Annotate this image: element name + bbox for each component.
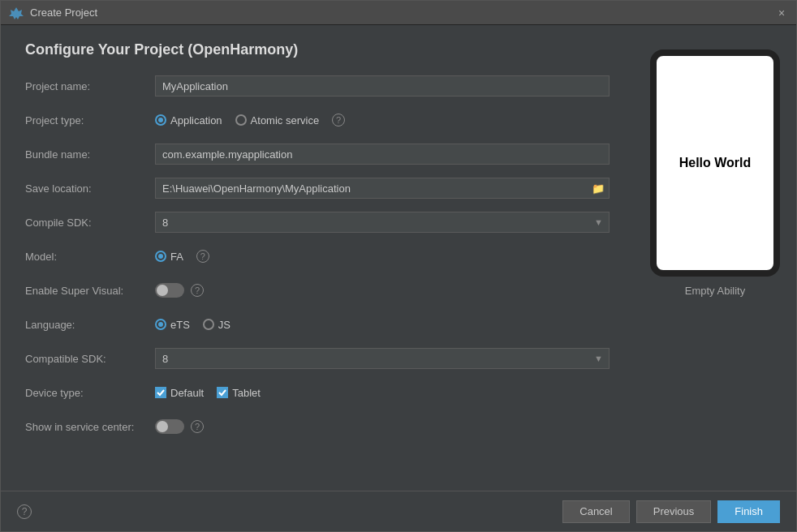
project-name-label: Project name:: [25, 80, 155, 92]
save-location-input[interactable]: [155, 178, 610, 199]
project-type-row: Project type: Application Atomic service…: [25, 109, 610, 131]
super-visual-row: Enable Super Visual: ?: [25, 279, 610, 302]
bottom-bar: ? Cancel Previous Finish: [1, 491, 796, 531]
close-button[interactable]: ×: [775, 6, 788, 19]
preview-label: Empty Ability: [685, 285, 745, 297]
cancel-button[interactable]: Cancel: [562, 500, 629, 523]
bundle-name-control: [155, 144, 610, 165]
title-bar-title: Create Project: [30, 6, 97, 19]
help-button[interactable]: ?: [17, 504, 32, 519]
bundle-name-label: Bundle name:: [25, 148, 155, 161]
checkbox-default[interactable]: Default: [155, 387, 204, 399]
save-location-control: 📁: [155, 178, 610, 199]
preview-panel: Hello World Empty Ability: [634, 25, 796, 491]
service-center-row: Show in service center: ?: [25, 415, 610, 438]
previous-button[interactable]: Previous: [636, 500, 712, 523]
model-help-icon[interactable]: ?: [196, 250, 209, 263]
device-type-control: Default Tablet: [155, 387, 610, 399]
service-center-control: ?: [155, 419, 610, 434]
model-radio-group: FA ?: [155, 250, 209, 263]
compatible-sdk-select-wrapper: 8 9 10 ▼: [155, 348, 610, 369]
radio-ets-circle: [155, 319, 166, 330]
title-bar: Create Project ×: [1, 1, 796, 25]
language-control: eTS JS: [155, 319, 610, 331]
bundle-name-row: Bundle name:: [25, 143, 610, 165]
compile-sdk-control: 8 9 10 ▼: [155, 212, 610, 233]
bottom-right: Cancel Previous Finish: [562, 500, 780, 523]
compatible-sdk-control: 8 9 10 ▼: [155, 348, 610, 369]
super-visual-control: ?: [155, 283, 610, 298]
device-type-label: Device type:: [25, 387, 155, 399]
service-center-toggle[interactable]: [155, 419, 184, 434]
radio-atomic-circle: [235, 114, 247, 126]
radio-js-circle: [203, 319, 214, 330]
radio-application-label: Application: [170, 114, 222, 127]
radio-ets-label: eTS: [170, 319, 190, 331]
service-center-help-icon[interactable]: ?: [191, 420, 204, 433]
checkbox-tablet-box: [217, 387, 228, 398]
project-type-control: Application Atomic service ?: [155, 114, 610, 127]
radio-application[interactable]: Application: [155, 114, 222, 127]
svg-marker-0: [9, 7, 24, 19]
model-control: FA ?: [155, 250, 610, 263]
radio-application-circle: [155, 114, 166, 126]
radio-atomic-service[interactable]: Atomic service: [235, 114, 320, 127]
super-visual-toggle[interactable]: [155, 283, 184, 298]
language-row: Language: eTS JS: [25, 313, 610, 336]
title-bar-left: Create Project: [9, 6, 97, 20]
checkbox-tablet[interactable]: Tablet: [217, 387, 261, 399]
super-visual-help-icon[interactable]: ?: [191, 284, 204, 297]
bundle-name-input[interactable]: [155, 144, 610, 165]
save-location-label: Save location:: [25, 182, 155, 195]
device-type-row: Device type: Default: [25, 381, 610, 404]
checkbox-default-check-icon: [157, 388, 165, 397]
radio-js-label: JS: [218, 319, 230, 331]
compile-sdk-select[interactable]: 8 9 10: [155, 212, 610, 233]
create-project-dialog: Create Project × Configure Your Project …: [0, 0, 797, 532]
compatible-sdk-label: Compatible SDK:: [25, 353, 155, 365]
checkbox-tablet-check-icon: [218, 388, 226, 397]
compatible-sdk-select[interactable]: 8 9 10: [155, 348, 610, 369]
project-type-radio-group: Application Atomic service ?: [155, 114, 345, 127]
finish-button[interactable]: Finish: [717, 500, 780, 523]
project-name-control: [155, 75, 610, 97]
checkbox-default-label: Default: [170, 387, 204, 399]
radio-ets[interactable]: eTS: [155, 319, 190, 331]
project-type-label: Project type:: [25, 114, 155, 127]
radio-atomic-label: Atomic service: [251, 114, 320, 127]
service-center-label: Show in service center:: [25, 421, 155, 433]
folder-icon[interactable]: 📁: [592, 182, 605, 195]
phone-preview: Hello World: [650, 49, 780, 277]
radio-fa-circle: [155, 251, 166, 262]
project-name-row: Project name:: [25, 75, 610, 97]
super-visual-label: Enable Super Visual:: [25, 285, 155, 297]
compile-sdk-row: Compile SDK: 8 9 10 ▼: [25, 211, 610, 234]
save-location-row: Save location: 📁: [25, 177, 610, 200]
language-label: Language:: [25, 319, 155, 331]
radio-fa-label: FA: [170, 251, 183, 263]
device-type-checkbox-group: Default Tablet: [155, 387, 261, 399]
save-location-input-wrapper: 📁: [155, 178, 610, 199]
radio-js[interactable]: JS: [203, 319, 230, 331]
bottom-left: ?: [17, 504, 32, 519]
checkbox-default-box: [155, 387, 166, 398]
preview-hello-world: Hello World: [679, 156, 752, 170]
page-title: Configure Your Project (OpenHarmony): [25, 41, 610, 58]
model-label: Model:: [25, 251, 155, 263]
project-name-input[interactable]: [155, 75, 610, 97]
checkbox-tablet-label: Tablet: [232, 387, 261, 399]
language-radio-group: eTS JS: [155, 319, 230, 331]
content-area: Configure Your Project (OpenHarmony) Pro…: [1, 25, 796, 491]
compile-sdk-label: Compile SDK:: [25, 217, 155, 229]
compile-sdk-select-wrapper: 8 9 10 ▼: [155, 212, 610, 233]
project-type-help-icon[interactable]: ?: [332, 114, 345, 127]
model-row: Model: FA ?: [25, 245, 610, 268]
huawei-logo-icon: [9, 6, 24, 20]
compatible-sdk-row: Compatible SDK: 8 9 10 ▼: [25, 347, 610, 370]
radio-fa[interactable]: FA: [155, 251, 183, 263]
form-panel: Configure Your Project (OpenHarmony) Pro…: [1, 25, 634, 491]
